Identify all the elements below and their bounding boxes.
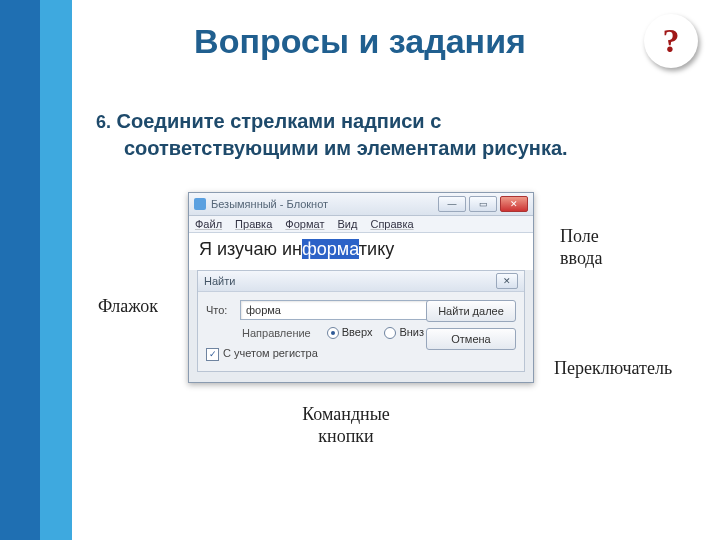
find-next-button[interactable]: Найти далее bbox=[426, 300, 516, 322]
find-titlebar: Найти ✕ bbox=[198, 271, 524, 292]
label-command-buttons: Командные кнопки bbox=[286, 404, 406, 447]
label-cmd-l1: Командные bbox=[302, 404, 390, 424]
help-badge: ? bbox=[644, 14, 698, 68]
label-radio: Переключатель bbox=[554, 358, 672, 380]
task-line-2: соответствующими им элементами рисунка. bbox=[96, 135, 650, 162]
find-title: Найти bbox=[204, 275, 235, 287]
task-text: 6. Соедините стрелками надписи с соответ… bbox=[96, 108, 650, 162]
label-input-field: Поле ввода bbox=[560, 226, 603, 269]
find-close-button[interactable]: ✕ bbox=[496, 273, 518, 289]
radio-down-icon bbox=[384, 327, 396, 339]
menu-view[interactable]: Вид bbox=[337, 218, 357, 230]
radio-down-label: Вниз bbox=[399, 326, 424, 338]
label-checkbox: Флажок bbox=[98, 296, 158, 318]
notepad-window: Безымянный - Блокнот — ▭ ✕ Файл Правка Ф… bbox=[188, 192, 534, 383]
label-input-field-l1: Поле bbox=[560, 226, 599, 246]
radio-up-label: Вверх bbox=[342, 326, 373, 338]
text-selection: форма bbox=[302, 239, 359, 259]
radio-up-option[interactable]: Вверх bbox=[327, 326, 373, 339]
cancel-button[interactable]: Отмена bbox=[426, 328, 516, 350]
notepad-icon bbox=[194, 198, 206, 210]
menu-format[interactable]: Формат bbox=[285, 218, 324, 230]
sidebar-light bbox=[40, 0, 72, 540]
find-what-label: Что: bbox=[206, 304, 240, 316]
checkbox-icon bbox=[206, 348, 219, 361]
task-number: 6. bbox=[96, 112, 111, 132]
label-cmd-l2: кнопки bbox=[318, 426, 373, 446]
page-title: Вопросы и задания bbox=[120, 22, 600, 61]
label-input-field-l2: ввода bbox=[560, 248, 603, 268]
direction-label: Направление bbox=[242, 327, 311, 339]
text-editor[interactable]: Я изучаю информатику bbox=[189, 233, 533, 270]
notepad-title: Безымянный - Блокнот bbox=[211, 198, 438, 210]
menu-help[interactable]: Справка bbox=[370, 218, 413, 230]
text-before: Я изучаю ин bbox=[199, 239, 302, 259]
minimize-button[interactable]: — bbox=[438, 196, 466, 212]
match-case-label: С учетом регистра bbox=[223, 347, 318, 359]
close-button[interactable]: ✕ bbox=[500, 196, 528, 212]
menubar: Файл Правка Формат Вид Справка bbox=[189, 216, 533, 233]
task-line-1: Соедините стрелками надписи с bbox=[117, 110, 442, 132]
text-after: тику bbox=[359, 239, 394, 259]
window-buttons: — ▭ ✕ bbox=[438, 196, 528, 212]
notepad-titlebar: Безымянный - Блокнот — ▭ ✕ bbox=[189, 193, 533, 216]
menu-edit[interactable]: Правка bbox=[235, 218, 272, 230]
find-dialog: Найти ✕ Что: форма Направление Вверх Вни… bbox=[197, 270, 525, 372]
radio-down-option[interactable]: Вниз bbox=[384, 326, 424, 339]
radio-up-icon bbox=[327, 327, 339, 339]
sidebar-dark bbox=[0, 0, 40, 540]
menu-file[interactable]: Файл bbox=[195, 218, 222, 230]
question-icon: ? bbox=[663, 22, 680, 60]
maximize-button[interactable]: ▭ bbox=[469, 196, 497, 212]
